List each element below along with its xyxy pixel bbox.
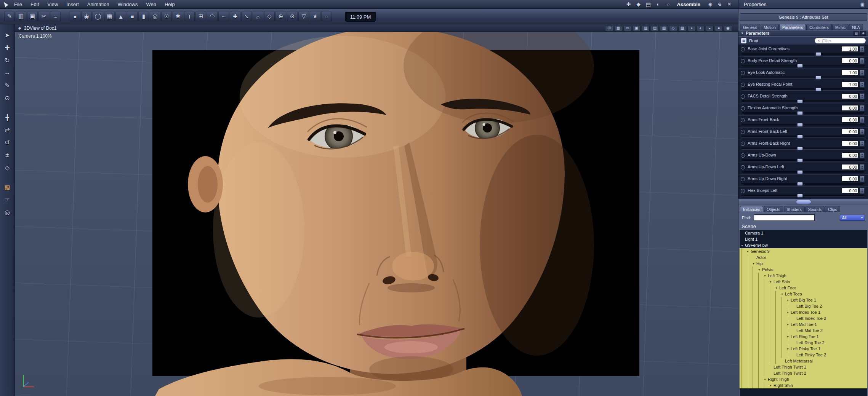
tree-row[interactable]: ▾ Left Index Toe 2: [740, 315, 867, 321]
dial-icon[interactable]: [741, 83, 745, 87]
root-group-icon[interactable]: ▦: [741, 38, 746, 43]
room-model-icon[interactable]: ◆: [635, 1, 642, 7]
menu-item[interactable]: File: [10, 0, 26, 9]
shading-gouraud-icon[interactable]: ◐: [697, 25, 705, 31]
cube-primitive-icon[interactable]: ■: [127, 11, 138, 22]
tree-row[interactable]: ▾ Left Mid Toe 2: [740, 327, 867, 334]
tree-row[interactable]: ▾ Left Big Toe 1: [740, 297, 867, 303]
options-sphere-icon[interactable]: ◉: [724, 25, 732, 31]
vertex-object-icon[interactable]: ◉: [81, 11, 92, 22]
param-value-input[interactable]: 0.00: [842, 164, 858, 170]
dial-icon[interactable]: [741, 94, 745, 99]
dial-icon[interactable]: [741, 71, 745, 75]
funnel-icon[interactable]: ▽: [298, 11, 309, 22]
presets-icon[interactable]: ▨: [678, 25, 686, 31]
expand-arrow[interactable]: ▾: [751, 262, 756, 265]
param-slider[interactable]: [741, 77, 865, 78]
camera-lock-icon[interactable]: ◇: [669, 25, 677, 31]
expand-arrow[interactable]: ▾: [785, 323, 790, 326]
slider-thumb[interactable]: [797, 147, 803, 150]
arc-tool-icon[interactable]: ◠: [207, 11, 218, 22]
target-helper-icon[interactable]: ⊙: [2, 93, 13, 103]
param-stepper[interactable]: ▲▼: [860, 152, 865, 158]
dial-icon[interactable]: [741, 47, 745, 51]
tree-row[interactable]: ▾ Left Metatarsal: [740, 358, 867, 364]
tree-row[interactable]: ▾ Right Shin: [740, 382, 867, 388]
tab-objects[interactable]: Objects: [764, 206, 783, 212]
param-stepper[interactable]: ▲▼: [860, 70, 865, 76]
tree-row[interactable]: ▾ Genesis 9: [740, 248, 867, 254]
translate-xyz-icon[interactable]: ╋: [2, 112, 13, 123]
slider-thumb[interactable]: [797, 170, 803, 174]
grid-plane-icon[interactable]: ▦: [104, 11, 115, 22]
param-value-input[interactable]: 0.00: [842, 152, 858, 158]
tab-parameters[interactable]: Parameters: [779, 24, 806, 30]
tab-motion[interactable]: Motion: [761, 24, 779, 30]
param-slider[interactable]: [741, 112, 865, 114]
layout-quad-icon[interactable]: ▧: [660, 25, 668, 31]
close-icon[interactable]: ✕: [726, 2, 733, 7]
param-list-options-icon[interactable]: ▤: [854, 31, 859, 36]
param-slider[interactable]: [741, 124, 865, 126]
spline-object-icon[interactable]: ◯: [93, 11, 103, 22]
param-value-input[interactable]: 1.00: [842, 81, 858, 87]
panel-options-icon[interactable]: ▣: [860, 2, 868, 7]
param-value-input[interactable]: 0.00: [842, 188, 858, 193]
tab-mimic[interactable]: Mimic: [832, 24, 849, 30]
filter-type-dropdown[interactable]: All ▾: [840, 215, 865, 221]
menu-item[interactable]: Edit: [26, 0, 43, 9]
param-add-icon[interactable]: ✚: [860, 31, 866, 36]
expand-arrow[interactable]: ▾: [785, 299, 790, 302]
metaball-icon[interactable]: ☉: [161, 11, 172, 22]
tab-instances[interactable]: Instances: [740, 206, 763, 212]
param-stepper[interactable]: ▲▼: [860, 188, 865, 194]
slider-thumb[interactable]: [815, 88, 821, 91]
display-box-icon[interactable]: ▩: [2, 182, 13, 192]
dial-icon[interactable]: [741, 106, 745, 110]
param-value-input[interactable]: 0.00: [842, 58, 858, 64]
root-group-label[interactable]: Root: [749, 38, 758, 43]
expand-arrow[interactable]: ▾: [768, 384, 773, 387]
add-object-icon[interactable]: ✚: [230, 11, 240, 22]
param-value-input[interactable]: 1.00: [842, 70, 858, 75]
param-slider[interactable]: [741, 159, 865, 161]
dial-icon[interactable]: [741, 118, 745, 122]
panel-splitter[interactable]: [738, 199, 868, 205]
param-stepper[interactable]: ▲▼: [860, 46, 865, 52]
tree-row[interactable]: ▾ Light 1: [740, 236, 867, 242]
filter-clear-icon[interactable]: ✕: [817, 39, 820, 43]
rotate-tool-icon[interactable]: ↻: [2, 55, 13, 65]
scale-tool-icon[interactable]: ↔: [2, 67, 13, 78]
viewport-menu-icon[interactable]: ◆: [18, 26, 21, 30]
tree-row[interactable]: ▾ Left Index Toe 1: [740, 309, 867, 315]
layout-single-icon[interactable]: ▣: [633, 25, 641, 31]
select-tool-icon[interactable]: ➤: [2, 30, 13, 40]
tree-row[interactable]: ▾ Right Thigh: [740, 376, 867, 382]
slider-thumb[interactable]: [797, 111, 803, 115]
tab-sounds[interactable]: Sounds: [805, 206, 825, 212]
smooth-tool-icon[interactable]: ≈: [50, 11, 61, 22]
text-object-icon[interactable]: T: [184, 11, 195, 22]
collapse-arrow-icon[interactable]: ▼: [741, 32, 744, 35]
tab-shaders[interactable]: Shaders: [784, 206, 805, 212]
expand-arrow[interactable]: ▾: [768, 280, 773, 284]
expand-arrow[interactable]: ▾: [774, 286, 779, 290]
splitter-handle[interactable]: [796, 200, 811, 204]
slider-thumb[interactable]: [797, 194, 803, 198]
expand-arrow[interactable]: ▾: [745, 250, 750, 253]
menu-item[interactable]: View: [43, 0, 62, 9]
layout-columns-icon[interactable]: ▥: [642, 25, 650, 31]
slider-thumb[interactable]: [815, 52, 821, 56]
viewport-canvas[interactable]: Camera 1 100%: [15, 32, 738, 396]
find-input[interactable]: [754, 214, 815, 221]
menu-item[interactable]: Help: [160, 0, 179, 9]
slider-thumb[interactable]: [797, 135, 803, 139]
param-stepper[interactable]: ▲▼: [860, 176, 865, 182]
paint-tool-icon[interactable]: ✎: [4, 11, 15, 22]
param-slider[interactable]: [741, 195, 865, 196]
axis-move-icon[interactable]: ⇄: [2, 125, 13, 135]
axis-rotate-icon[interactable]: ↺: [2, 137, 13, 148]
measure-icon[interactable]: ◌: [321, 11, 332, 22]
tab-controllers[interactable]: Controllers: [806, 24, 832, 30]
tree-row[interactable]: ▾ Left Pinky Toe 1: [740, 346, 867, 352]
